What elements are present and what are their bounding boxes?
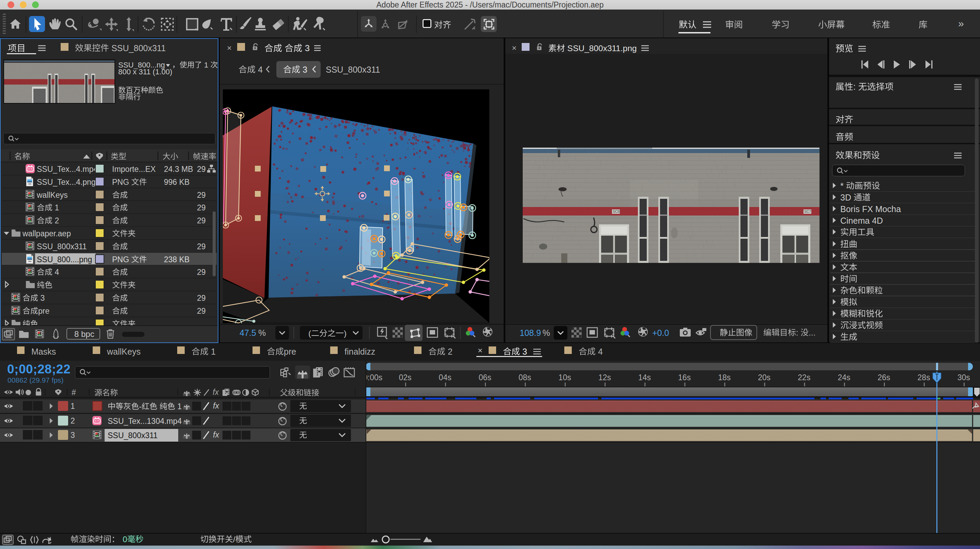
svg-text:16s: 16s [678, 373, 691, 382]
svg-text:/: / [233, 535, 235, 544]
svg-text:30s: 30s [958, 373, 970, 382]
svg-text:0: 0 [123, 535, 127, 544]
svg-text:20s: 20s [758, 373, 770, 382]
svg-text:06s: 06s [479, 373, 492, 382]
svg-text:SSU_800x311: SSU_800x311 [108, 431, 158, 440]
svg-text:02s: 02s [399, 373, 412, 382]
svg-text:10s: 10s [558, 373, 571, 382]
svg-text:28s: 28s [918, 373, 930, 382]
svg-text:22s: 22s [798, 373, 810, 382]
svg-text:14s: 14s [638, 373, 651, 382]
svg-text:26s: 26s [877, 373, 890, 382]
svg-text:08s: 08s [519, 373, 531, 382]
svg-text:12s: 12s [598, 373, 611, 382]
svg-text:24s: 24s [838, 373, 850, 382]
svg-text:-: - [139, 402, 142, 411]
svg-text:SSU_Tex...1304.mp4: SSU_Tex...1304.mp4 [108, 417, 182, 426]
svg-text:1: 1 [175, 402, 181, 411]
svg-text:18s: 18s [718, 373, 730, 382]
svg-text:04s: 04s [439, 373, 452, 382]
